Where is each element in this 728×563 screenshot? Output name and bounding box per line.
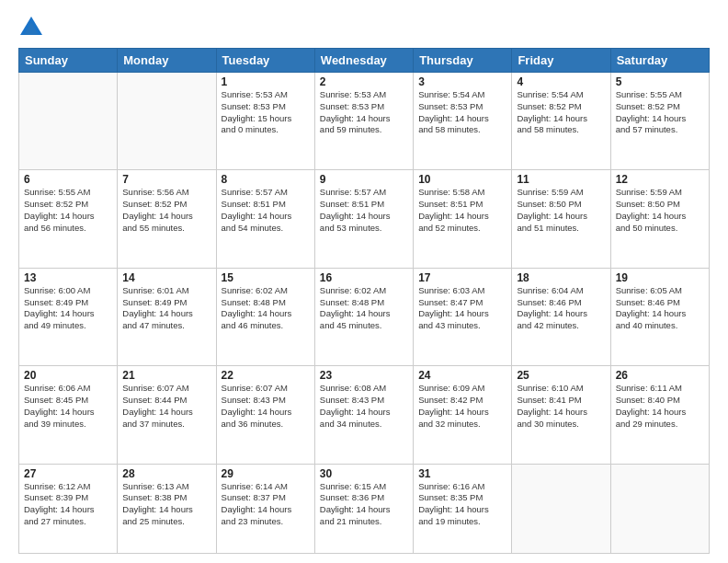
day-info: Sunrise: 5:54 AM Sunset: 8:52 PM Dayligh… [517, 89, 605, 136]
day-info: Sunrise: 6:04 AM Sunset: 8:46 PM Dayligh… [517, 285, 605, 332]
day-info: Sunrise: 5:59 AM Sunset: 8:50 PM Dayligh… [616, 187, 704, 234]
day-info: Sunrise: 5:56 AM Sunset: 8:52 PM Dayligh… [122, 187, 210, 234]
calendar-cell: 7Sunrise: 5:56 AM Sunset: 8:52 PM Daylig… [118, 170, 216, 268]
calendar-cell: 10Sunrise: 5:58 AM Sunset: 8:51 PM Dayli… [414, 170, 512, 268]
weekday-header-friday: Friday [512, 49, 610, 73]
logo [18, 15, 48, 40]
day-number: 5 [616, 75, 704, 88]
calendar-cell: 2Sunrise: 5:53 AM Sunset: 8:53 PM Daylig… [314, 73, 413, 170]
calendar-cell [512, 464, 610, 553]
day-number: 12 [616, 173, 704, 186]
calendar-cell: 15Sunrise: 6:02 AM Sunset: 8:48 PM Dayli… [216, 268, 314, 365]
day-info: Sunrise: 6:14 AM Sunset: 8:37 PM Dayligh… [222, 481, 310, 528]
day-number: 31 [418, 467, 506, 480]
calendar-cell: 21Sunrise: 6:07 AM Sunset: 8:44 PM Dayli… [118, 366, 216, 464]
calendar-cell: 26Sunrise: 6:11 AM Sunset: 8:40 PM Dayli… [610, 366, 709, 464]
calendar-cell: 19Sunrise: 6:05 AM Sunset: 8:46 PM Dayli… [610, 268, 709, 365]
day-number: 6 [24, 173, 112, 186]
calendar-cell: 23Sunrise: 6:08 AM Sunset: 8:43 PM Dayli… [314, 366, 413, 464]
calendar-cell: 27Sunrise: 6:12 AM Sunset: 8:39 PM Dayli… [19, 464, 118, 553]
day-info: Sunrise: 6:08 AM Sunset: 8:43 PM Dayligh… [320, 383, 408, 430]
weekday-header-saturday: Saturday [610, 49, 709, 73]
calendar-cell [19, 73, 118, 170]
weekday-header-sunday: Sunday [19, 49, 118, 73]
day-number: 3 [418, 75, 506, 88]
calendar-cell: 1Sunrise: 5:53 AM Sunset: 8:53 PM Daylig… [216, 73, 314, 170]
calendar-cell: 28Sunrise: 6:13 AM Sunset: 8:38 PM Dayli… [118, 464, 216, 553]
day-number: 2 [320, 75, 408, 88]
day-info: Sunrise: 6:05 AM Sunset: 8:46 PM Dayligh… [616, 285, 704, 332]
day-info: Sunrise: 6:06 AM Sunset: 8:45 PM Dayligh… [24, 383, 112, 430]
day-number: 27 [24, 467, 112, 480]
day-info: Sunrise: 5:58 AM Sunset: 8:51 PM Dayligh… [418, 187, 506, 234]
day-info: Sunrise: 6:09 AM Sunset: 8:42 PM Dayligh… [418, 383, 506, 430]
day-number: 1 [222, 75, 310, 88]
day-number: 13 [24, 271, 112, 284]
day-info: Sunrise: 6:00 AM Sunset: 8:49 PM Dayligh… [24, 285, 112, 332]
calendar-cell: 24Sunrise: 6:09 AM Sunset: 8:42 PM Dayli… [414, 366, 512, 464]
day-info: Sunrise: 5:55 AM Sunset: 8:52 PM Dayligh… [616, 89, 704, 136]
day-number: 16 [320, 271, 408, 284]
calendar-week-5: 27Sunrise: 6:12 AM Sunset: 8:39 PM Dayli… [19, 464, 710, 553]
day-number: 29 [222, 467, 310, 480]
calendar-cell: 4Sunrise: 5:54 AM Sunset: 8:52 PM Daylig… [512, 73, 610, 170]
day-number: 25 [517, 369, 605, 382]
day-info: Sunrise: 6:13 AM Sunset: 8:38 PM Dayligh… [122, 481, 210, 528]
day-number: 20 [24, 369, 112, 382]
calendar-cell: 14Sunrise: 6:01 AM Sunset: 8:49 PM Dayli… [118, 268, 216, 365]
day-info: Sunrise: 6:11 AM Sunset: 8:40 PM Dayligh… [616, 383, 704, 430]
day-info: Sunrise: 5:53 AM Sunset: 8:53 PM Dayligh… [320, 89, 408, 136]
calendar-cell: 20Sunrise: 6:06 AM Sunset: 8:45 PM Dayli… [19, 366, 118, 464]
weekday-header-thursday: Thursday [414, 49, 512, 73]
day-info: Sunrise: 5:59 AM Sunset: 8:50 PM Dayligh… [517, 187, 605, 234]
day-number: 23 [320, 369, 408, 382]
day-number: 30 [320, 467, 408, 480]
calendar-cell: 30Sunrise: 6:15 AM Sunset: 8:36 PM Dayli… [314, 464, 413, 553]
calendar-cell: 31Sunrise: 6:16 AM Sunset: 8:35 PM Dayli… [414, 464, 512, 553]
calendar-cell: 6Sunrise: 5:55 AM Sunset: 8:52 PM Daylig… [19, 170, 118, 268]
day-number: 4 [517, 75, 605, 88]
calendar-week-4: 20Sunrise: 6:06 AM Sunset: 8:45 PM Dayli… [19, 366, 710, 464]
day-number: 8 [222, 173, 310, 186]
day-number: 11 [517, 173, 605, 186]
day-number: 19 [616, 271, 704, 284]
day-info: Sunrise: 5:55 AM Sunset: 8:52 PM Dayligh… [24, 187, 112, 234]
day-info: Sunrise: 5:57 AM Sunset: 8:51 PM Dayligh… [222, 187, 310, 234]
weekday-header-row: SundayMondayTuesdayWednesdayThursdayFrid… [19, 49, 710, 73]
day-number: 22 [222, 369, 310, 382]
day-info: Sunrise: 6:07 AM Sunset: 8:43 PM Dayligh… [222, 383, 310, 430]
weekday-header-monday: Monday [118, 49, 216, 73]
calendar-cell: 12Sunrise: 5:59 AM Sunset: 8:50 PM Dayli… [610, 170, 709, 268]
day-info: Sunrise: 6:12 AM Sunset: 8:39 PM Dayligh… [24, 481, 112, 528]
day-info: Sunrise: 6:03 AM Sunset: 8:47 PM Dayligh… [418, 285, 506, 332]
calendar-cell: 11Sunrise: 5:59 AM Sunset: 8:50 PM Dayli… [512, 170, 610, 268]
day-number: 24 [418, 369, 506, 382]
day-number: 10 [418, 173, 506, 186]
weekday-header-wednesday: Wednesday [314, 49, 413, 73]
day-info: Sunrise: 6:02 AM Sunset: 8:48 PM Dayligh… [222, 285, 310, 332]
day-info: Sunrise: 6:16 AM Sunset: 8:35 PM Dayligh… [418, 481, 506, 528]
calendar-cell: 25Sunrise: 6:10 AM Sunset: 8:41 PM Dayli… [512, 366, 610, 464]
calendar-week-3: 13Sunrise: 6:00 AM Sunset: 8:49 PM Dayli… [19, 268, 710, 365]
page: SundayMondayTuesdayWednesdayThursdayFrid… [0, 0, 728, 563]
day-number: 9 [320, 173, 408, 186]
day-info: Sunrise: 6:02 AM Sunset: 8:48 PM Dayligh… [320, 285, 408, 332]
calendar-week-1: 1Sunrise: 5:53 AM Sunset: 8:53 PM Daylig… [19, 73, 710, 170]
day-number: 18 [517, 271, 605, 284]
day-info: Sunrise: 6:07 AM Sunset: 8:44 PM Dayligh… [122, 383, 210, 430]
day-number: 14 [122, 271, 210, 284]
day-number: 26 [616, 369, 704, 382]
calendar-cell: 16Sunrise: 6:02 AM Sunset: 8:48 PM Dayli… [314, 268, 413, 365]
day-number: 17 [418, 271, 506, 284]
day-info: Sunrise: 5:57 AM Sunset: 8:51 PM Dayligh… [320, 187, 408, 234]
calendar-cell: 8Sunrise: 5:57 AM Sunset: 8:51 PM Daylig… [216, 170, 314, 268]
day-info: Sunrise: 6:10 AM Sunset: 8:41 PM Dayligh… [517, 383, 605, 430]
day-number: 28 [122, 467, 210, 480]
logo-icon [18, 15, 44, 40]
calendar-cell: 13Sunrise: 6:00 AM Sunset: 8:49 PM Dayli… [19, 268, 118, 365]
calendar-cell: 18Sunrise: 6:04 AM Sunset: 8:46 PM Dayli… [512, 268, 610, 365]
calendar-week-2: 6Sunrise: 5:55 AM Sunset: 8:52 PM Daylig… [19, 170, 710, 268]
calendar-cell: 3Sunrise: 5:54 AM Sunset: 8:53 PM Daylig… [414, 73, 512, 170]
weekday-header-tuesday: Tuesday [216, 49, 314, 73]
calendar-table: SundayMondayTuesdayWednesdayThursdayFrid… [18, 48, 710, 554]
